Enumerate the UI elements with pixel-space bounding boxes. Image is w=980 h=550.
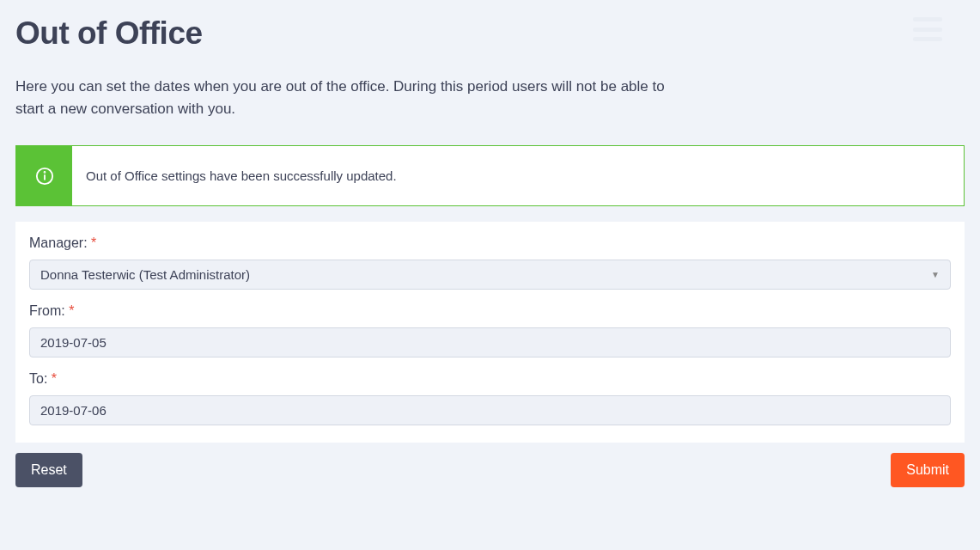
manager-label: Manager: * <box>29 235 951 251</box>
chevron-down-icon: ▼ <box>931 270 940 279</box>
manager-select-value: Donna Testerwic (Test Administrator) <box>40 267 250 282</box>
form-card: Manager: * Donna Testerwic (Test Adminis… <box>15 222 965 443</box>
to-label: To: * <box>29 371 951 387</box>
reset-button[interactable]: Reset <box>15 453 82 487</box>
manager-select[interactable]: Donna Testerwic (Test Administrator) ▼ <box>29 260 951 290</box>
page-description: Here you can set the dates when you are … <box>15 76 668 119</box>
from-date-input[interactable] <box>29 327 951 358</box>
to-date-input[interactable] <box>29 395 951 425</box>
page-title: Out of Office <box>15 15 965 52</box>
submit-button[interactable]: Submit <box>891 453 965 487</box>
info-icon <box>16 146 72 205</box>
from-label: From: * <box>29 303 951 319</box>
hamburger-menu[interactable] <box>913 17 942 41</box>
svg-point-2 <box>44 171 45 172</box>
button-row: Reset Submit <box>15 443 965 487</box>
success-alert: Out of Office settings have been success… <box>15 145 965 206</box>
alert-message: Out of Office settings have been success… <box>72 146 411 205</box>
